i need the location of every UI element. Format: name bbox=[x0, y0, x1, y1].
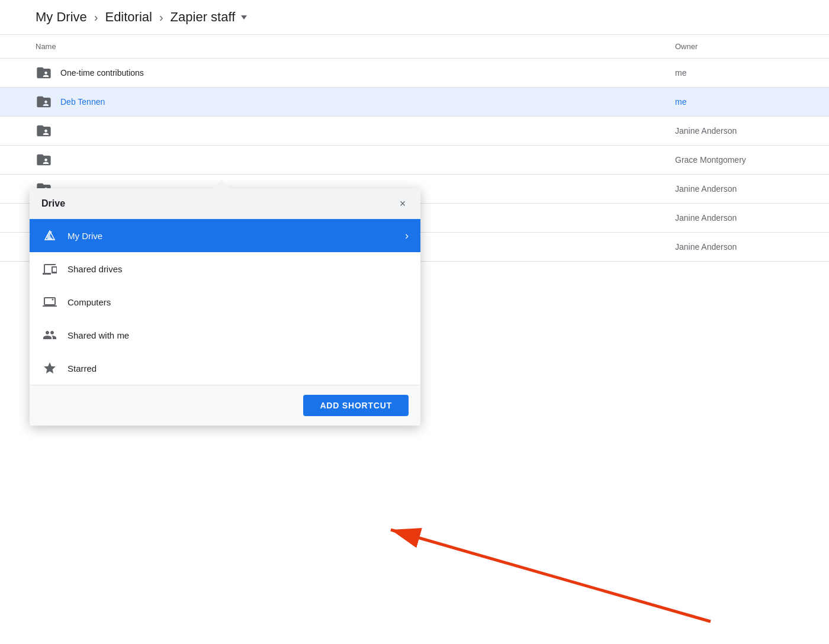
close-icon[interactable]: × bbox=[397, 198, 409, 210]
popup-title: Drive bbox=[41, 198, 65, 209]
popup-footer: ADD SHORTCUT bbox=[30, 385, 420, 426]
row-label-1: One-time contributions bbox=[60, 68, 144, 78]
svg-point-0 bbox=[52, 299, 54, 301]
chevron-down-icon bbox=[241, 15, 247, 20]
row-owner-1: me bbox=[675, 68, 793, 78]
row-name-3 bbox=[36, 123, 675, 139]
folder-shared-icon-3 bbox=[36, 123, 52, 139]
menu-item-shared-drives[interactable]: Shared drives bbox=[30, 252, 420, 285]
popup-triangle bbox=[213, 180, 230, 188]
row-name-4 bbox=[36, 152, 675, 168]
table-row[interactable]: Deb Tennen me bbox=[0, 88, 829, 117]
chevron-right-icon: › bbox=[405, 230, 409, 242]
breadcrumb-sep-1: › bbox=[92, 11, 101, 24]
star-icon bbox=[41, 360, 58, 376]
table-row[interactable]: Grace Montgomery bbox=[0, 146, 829, 175]
breadcrumb-my-drive[interactable]: My Drive bbox=[36, 9, 87, 25]
row-name-1: One-time contributions bbox=[36, 65, 675, 81]
row-name-2: Deb Tennen bbox=[36, 94, 675, 110]
drive-popup: Drive × My Drive › Shared drives bbox=[30, 188, 420, 426]
breadcrumb-zapier-staff[interactable]: Zapier staff bbox=[171, 9, 248, 25]
breadcrumb-sep-2: › bbox=[157, 11, 166, 24]
breadcrumb: My Drive › Editorial › Zapier staff bbox=[0, 0, 829, 35]
menu-item-starred[interactable]: Starred bbox=[30, 352, 420, 385]
popup-header: Drive × bbox=[30, 188, 420, 219]
menu-item-my-drive-label: My Drive bbox=[68, 231, 396, 241]
shared-with-me-icon bbox=[41, 327, 58, 343]
row-label-2: Deb Tennen bbox=[60, 97, 105, 107]
menu-item-computers[interactable]: Computers bbox=[30, 285, 420, 318]
col-header-owner: Owner bbox=[675, 42, 793, 51]
folder-shared-icon bbox=[36, 65, 52, 81]
menu-item-shared-with-me[interactable]: Shared with me bbox=[30, 318, 420, 352]
row-owner-5: Janine Anderson bbox=[675, 184, 793, 194]
row-owner-4: Grace Montgomery bbox=[675, 155, 793, 165]
row-owner-2: me bbox=[675, 97, 793, 107]
row-owner-7: Janine Anderson bbox=[675, 242, 793, 252]
table-row[interactable]: Janine Anderson bbox=[0, 117, 829, 146]
svg-line-2 bbox=[391, 530, 711, 622]
add-shortcut-button[interactable]: ADD SHORTCUT bbox=[303, 395, 409, 416]
table-header: Name Owner bbox=[0, 35, 829, 59]
computers-icon bbox=[41, 294, 58, 310]
shared-drives-icon bbox=[41, 260, 58, 277]
table-row[interactable]: One-time contributions me bbox=[0, 59, 829, 88]
google-drive-icon bbox=[41, 227, 58, 244]
menu-item-shared-with-me-label: Shared with me bbox=[68, 330, 409, 340]
breadcrumb-editorial[interactable]: Editorial bbox=[105, 9, 152, 25]
menu-item-my-drive[interactable]: My Drive › bbox=[30, 219, 420, 252]
breadcrumb-last-label: Zapier staff bbox=[171, 9, 236, 25]
menu-item-starred-label: Starred bbox=[68, 363, 409, 373]
folder-shared-icon-2 bbox=[36, 94, 52, 110]
row-owner-3: Janine Anderson bbox=[675, 126, 793, 136]
menu-item-shared-drives-label: Shared drives bbox=[68, 264, 409, 274]
folder-shared-icon-4 bbox=[36, 152, 52, 168]
row-owner-6: Janine Anderson bbox=[675, 213, 793, 223]
menu-item-computers-label: Computers bbox=[68, 297, 409, 307]
col-header-name: Name bbox=[36, 42, 675, 51]
